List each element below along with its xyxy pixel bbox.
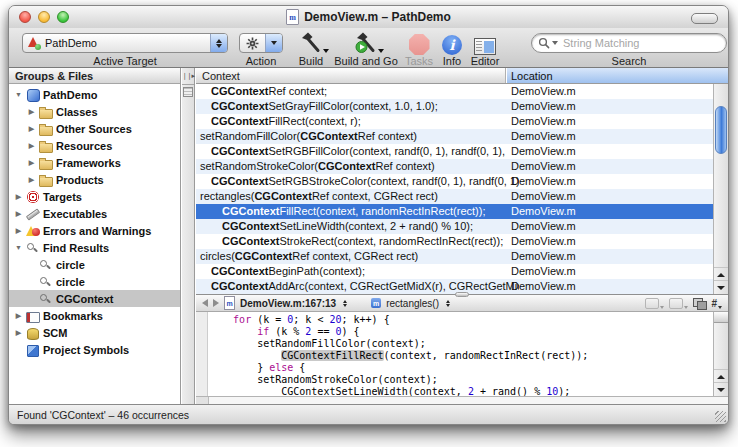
sidebar-item-project-symbols[interactable]: Project Symbols <box>9 341 180 358</box>
disclosure-triangle-icon[interactable]: ▼ <box>14 244 23 251</box>
active-target-value: PathDemo <box>45 37 210 49</box>
file-history-popup[interactable]: DemoView.m:167:13 <box>240 298 336 309</box>
code-editor[interactable]: for (k = 0; k < 20; k++) { if (k % 2 == … <box>196 312 713 396</box>
file-popup-stepper-icon[interactable] <box>343 300 347 307</box>
info-label: Info <box>443 55 461 67</box>
editor-scrollbar[interactable] <box>713 312 728 396</box>
result-row[interactable]: CGContextSetRGBStrokeColor(context, rand… <box>196 174 713 189</box>
active-target-popup[interactable]: PathDemo <box>22 33 228 53</box>
disclosure-triangle-icon[interactable]: ▼ <box>14 91 23 98</box>
column-splitter-icon[interactable]: ❘❘▸ <box>182 68 194 85</box>
code-line: setRandomStrokeColor(context); <box>209 374 713 386</box>
sidebar-menu-icon[interactable] <box>183 87 193 97</box>
result-row[interactable]: circles(CGContextRef context, CGRect rec… <box>196 249 713 264</box>
disclosure-triangle-icon[interactable]: ▶ <box>14 193 23 201</box>
sidebar-item-label: Other Sources <box>56 123 132 135</box>
result-row[interactable]: CGContextRef context; DemoView.m <box>196 84 713 99</box>
resize-grip[interactable] <box>715 411 726 422</box>
sidebar-item-executables[interactable]: ▶ Executables <box>9 205 180 222</box>
disclosure-triangle-icon[interactable]: ▶ <box>14 329 23 337</box>
info-button[interactable]: i Info <box>437 31 467 67</box>
action-button[interactable] <box>239 33 283 53</box>
disclosure-triangle-icon[interactable]: ▶ <box>27 159 36 167</box>
result-row[interactable]: rectangles(CGContextRef context, CGRect … <box>196 189 713 204</box>
location-column-header[interactable]: Location <box>507 68 728 83</box>
sidebar-item-circle[interactable]: circle <box>9 256 180 273</box>
search-icon <box>39 258 53 272</box>
result-row[interactable]: CGContextStrokeRect(context, randomRectI… <box>196 234 713 249</box>
results-scrollbar[interactable] <box>713 84 728 294</box>
sidebar-header[interactable]: Groups & Files <box>9 68 180 84</box>
result-row[interactable]: CGContextSetRGBFillColor(context, randf(… <box>196 144 713 159</box>
bookmarks-menu[interactable] <box>645 298 664 309</box>
result-context: setRandomStrokeColor(CGContextRef contex… <box>196 159 508 174</box>
editor-button[interactable]: Editor <box>465 31 505 67</box>
back-icon[interactable] <box>202 299 208 307</box>
sidebar-item-pathdemo[interactable]: ▼ PathDemo <box>9 86 180 103</box>
result-location: DemoView.m <box>511 189 713 204</box>
context-column-header[interactable]: Context <box>196 68 506 83</box>
sidebar-item-label: circle <box>56 259 85 271</box>
disclosure-triangle-icon[interactable]: ▶ <box>27 142 36 150</box>
action-label: Action <box>239 55 283 67</box>
disclosure-triangle-icon[interactable]: ▶ <box>27 176 36 184</box>
sidebar-item-targets[interactable]: ▶ Targets <box>9 188 180 205</box>
editor-gutter[interactable] <box>196 312 208 396</box>
sidebar-item-scm[interactable]: ▶ SCM <box>9 324 180 341</box>
disclosure-triangle-icon[interactable]: ▶ <box>14 210 23 218</box>
toolbar: PathDemo Active Target Action Build <box>9 28 728 68</box>
breakpoints-menu[interactable] <box>669 298 688 309</box>
document-proxy-icon[interactable]: m <box>286 9 299 25</box>
search-scope-dropdown-icon[interactable] <box>552 41 558 45</box>
window-title: DemoView.m – PathDemo <box>304 10 451 24</box>
build-and-go-button[interactable]: Build and Go <box>333 31 399 67</box>
sidebar-item-other-sources[interactable]: ▶ Other Sources <box>9 120 180 137</box>
code-line: } else { <box>209 362 713 374</box>
scrollbar-thumb[interactable] <box>715 106 727 154</box>
sidebar-item-products[interactable]: ▶ Products <box>9 171 180 188</box>
result-row[interactable]: CGContextFillRect(context, r); DemoView.… <box>196 114 713 129</box>
splitter-handle[interactable] <box>455 292 469 297</box>
sidebar-item-resources[interactable]: ▶ Resources <box>9 137 180 154</box>
scroll-up-arrow[interactable] <box>714 267 728 281</box>
sidebar-item-bookmarks[interactable]: ▶ Bookmarks <box>9 307 180 324</box>
sidebar-item-circle[interactable]: circle <box>9 273 180 290</box>
titlebar[interactable]: m DemoView.m – PathDemo <box>9 6 728 28</box>
scroll-down-arrow[interactable] <box>714 280 728 294</box>
sidebar-item-frameworks[interactable]: ▶ Frameworks <box>9 154 180 171</box>
result-context: CGContextAddArc(context, CGRectGetMidX(r… <box>196 279 519 294</box>
sidebar-item-cgcontext[interactable]: CGContext <box>9 290 180 307</box>
result-row[interactable]: CGContextAddArc(context, CGRectGetMidX(r… <box>196 279 713 294</box>
find-results-table: Context Location CGContextRef context; D… <box>196 68 728 294</box>
scroll-down-arrow[interactable] <box>714 382 728 396</box>
horizontal-scrollbar[interactable] <box>196 396 728 404</box>
function-popup-stepper-icon[interactable] <box>446 300 450 307</box>
scroll-up-arrow[interactable] <box>714 369 728 383</box>
forward-icon[interactable] <box>213 299 219 307</box>
folder-icon <box>39 173 53 187</box>
result-location: DemoView.m <box>511 249 713 264</box>
search-input[interactable]: String Matching <box>531 33 727 53</box>
sidebar-item-find-results[interactable]: ▼ Find Results <box>9 239 180 256</box>
sidebar-item-errors-and-warnings[interactable]: ▶ Errors and Warnings <box>9 222 180 239</box>
result-row[interactable]: CGContextSetGrayFillColor(context, 1.0, … <box>196 99 713 114</box>
disclosure-triangle-icon[interactable]: ▶ <box>27 108 36 116</box>
counterpart-icon[interactable] <box>693 298 706 309</box>
result-row[interactable]: CGContextFillRect(context, randomRectInR… <box>196 204 713 219</box>
editor-pane-icon <box>474 31 496 55</box>
disclosure-triangle-icon[interactable]: ▶ <box>14 312 23 320</box>
result-row[interactable]: setRandomFillColor(CGContextRef context)… <box>196 129 713 144</box>
toolbar-toggle-button[interactable] <box>691 13 718 24</box>
line-number-menu[interactable]: # <box>711 298 722 309</box>
split-editor-icon[interactable] <box>714 312 728 323</box>
search-placeholder: String Matching <box>563 37 639 49</box>
function-popup[interactable]: rectangles() <box>386 298 439 309</box>
result-row[interactable]: CGContextSetLineWidth(context, 2 + rand(… <box>196 219 713 234</box>
sidebar-item-classes[interactable]: ▶ Classes <box>9 103 180 120</box>
disclosure-triangle-icon[interactable]: ▶ <box>27 125 36 133</box>
disclosure-triangle-icon[interactable]: ▶ <box>14 227 23 235</box>
result-row[interactable]: CGContextBeginPath(context); DemoView.m <box>196 264 713 279</box>
build-button[interactable]: Build <box>291 31 331 67</box>
sidebar-scroll-lane[interactable]: ❘❘▸ <box>182 68 195 404</box>
result-row[interactable]: setRandomStrokeColor(CGContextRef contex… <box>196 159 713 174</box>
